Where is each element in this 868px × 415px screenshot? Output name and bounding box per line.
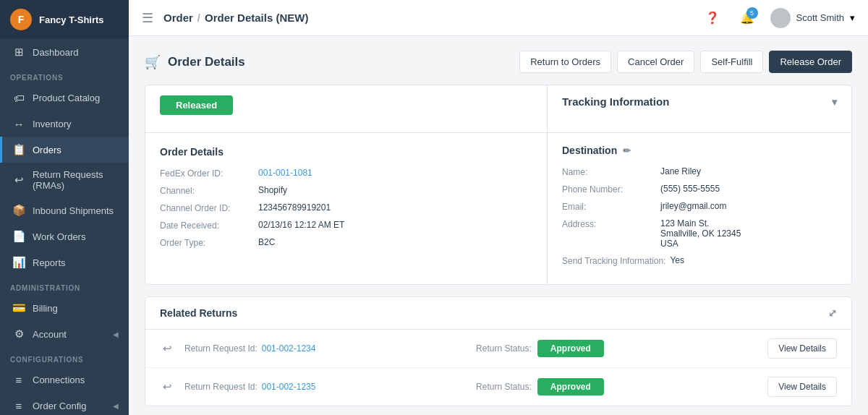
sidebar-item-work-orders[interactable]: 📄 Work Orders xyxy=(0,223,129,249)
page-title: 🛒 Order Details xyxy=(145,54,245,70)
notifications-button[interactable]: 🔔 5 xyxy=(736,7,759,30)
sidebar-item-label: Work Orders xyxy=(33,231,119,242)
sidebar-item-product-catalog[interactable]: 🏷 Product Catalog xyxy=(0,85,129,111)
related-returns-header: Related Returns ⤢ xyxy=(145,297,851,330)
tracking-info-card: Released Tracking Information ▾ Order De… xyxy=(145,85,852,285)
user-avatar xyxy=(770,8,791,28)
user-chevron-icon: ▾ xyxy=(850,12,855,23)
field-label: Date Received: xyxy=(160,220,254,231)
return-status-badge-1: Approved xyxy=(537,340,604,357)
inventory-icon: ↔ xyxy=(12,117,25,130)
breadcrumb-current: Order Details (NEW) xyxy=(205,12,308,24)
main-content: ☰ Order / Order Details (NEW) ❓ 🔔 5 Scot… xyxy=(129,0,868,415)
field-date-received: Date Received: 02/13/16 12:12 AM ET xyxy=(160,220,532,231)
field-send-tracking: Send Tracking Information: Yes xyxy=(562,255,837,266)
sidebar-item-dashboard[interactable]: ⊞ Dashboard xyxy=(0,39,129,65)
field-label: Name: xyxy=(562,166,656,177)
field-email: Email: jriley@gmail.com xyxy=(562,201,837,212)
edit-destination-icon[interactable]: ✏ xyxy=(623,145,631,156)
self-fulfill-button[interactable]: Self-Fulfill xyxy=(700,51,763,73)
field-value: Jane Riley xyxy=(660,166,701,176)
field-label: Email: xyxy=(562,201,656,212)
release-order-button[interactable]: Release Order xyxy=(769,51,852,73)
sidebar-item-connections[interactable]: ≡ Connections xyxy=(0,367,129,393)
sidebar-item-inbound-shipments[interactable]: 📦 Inbound Shipments xyxy=(0,197,129,223)
field-value: jriley@gmail.com xyxy=(660,201,727,211)
return-request-label-2: Return Request Id: xyxy=(184,382,258,392)
sidebar-item-return-requests[interactable]: ↩ Return Requests (RMAs) xyxy=(0,163,129,197)
return-status-badge-2: Approved xyxy=(537,378,604,395)
orders-icon: 📋 xyxy=(12,143,25,156)
cancel-order-button[interactable]: Cancel Order xyxy=(617,51,694,73)
page-header: 🛒 Order Details Return to Orders Cancel … xyxy=(145,51,852,73)
return-to-orders-button[interactable]: Return to Orders xyxy=(519,51,611,73)
field-value: (555) 555-5555 xyxy=(660,184,720,194)
return-request-id-field-2: Return Request Id: 001-002-1235 xyxy=(184,382,466,392)
return-requests-icon: ↩ xyxy=(12,174,25,187)
return-request-label-1: Return Request Id: xyxy=(184,343,258,354)
notification-badge: 5 xyxy=(746,7,758,19)
destination-section: Destination ✏ Name: Jane Riley Phone Num… xyxy=(548,133,851,284)
company-avatar: F xyxy=(10,9,32,30)
billing-icon: 💳 xyxy=(12,301,25,315)
field-fedex-order-id: FedEx Order ID: 001-001-1081 xyxy=(160,168,532,179)
field-address: Address: 123 Main St. Smallville, OK 123… xyxy=(562,218,837,249)
sidebar-item-billing[interactable]: 💳 Billing xyxy=(0,295,129,321)
return-icon-1: ↩ xyxy=(160,342,174,355)
help-icon: ❓ xyxy=(705,11,720,25)
topbar-right: ❓ 🔔 5 Scott Smith ▾ xyxy=(701,7,855,30)
return-status-section-2: Return Status: Approved xyxy=(476,378,757,395)
sidebar-item-label: Reports xyxy=(33,257,119,268)
help-button[interactable]: ❓ xyxy=(701,7,724,30)
return-request-value-2: 001-002-1235 xyxy=(262,382,316,392)
page-title-text: Order Details xyxy=(168,55,245,69)
order-details-left: Order Details FedEx Order ID: 001-001-10… xyxy=(145,133,548,284)
sidebar-header: F Fancy T-Shirts xyxy=(0,0,129,39)
field-value: 001-001-1081 xyxy=(258,168,312,178)
sidebar-item-order-config[interactable]: ≡ Order Config ◀ xyxy=(0,393,129,415)
inbound-shipments-icon: 📦 xyxy=(12,204,25,217)
field-value: Yes xyxy=(670,255,684,265)
sidebar: F Fancy T-Shirts ⊞ Dashboard OPERATIONS … xyxy=(0,0,129,415)
breadcrumb: Order / Order Details (NEW) xyxy=(163,12,308,24)
user-name: Scott Smith xyxy=(796,12,844,23)
fedex-order-id-link[interactable]: 001-001-1081 xyxy=(258,168,312,178)
sidebar-item-label: Inbound Shipments xyxy=(33,205,119,216)
field-phone: Phone Number: (555) 555-5555 xyxy=(562,184,837,194)
company-name: Fancy T-Shirts xyxy=(39,14,104,25)
sidebar-item-account[interactable]: ⚙ Account ◀ xyxy=(0,321,129,347)
reports-icon: 📊 xyxy=(12,256,25,269)
related-returns-expand-icon[interactable]: ⤢ xyxy=(828,307,837,319)
destination-title: Destination ✏ xyxy=(562,145,837,156)
view-details-button-1[interactable]: View Details xyxy=(767,338,837,359)
return-row-1: ↩ Return Request Id: 001-002-1234 Return… xyxy=(145,330,851,368)
sidebar-item-label: Billing xyxy=(33,303,119,314)
field-label: Channel Order ID: xyxy=(160,202,254,213)
field-label: Address: xyxy=(562,218,656,229)
topbar: ☰ Order / Order Details (NEW) ❓ 🔔 5 Scot… xyxy=(129,0,868,36)
field-label: Channel: xyxy=(160,185,254,196)
field-order-type: Order Type: B2C xyxy=(160,237,532,248)
order-details-section: Order Details FedEx Order ID: 001-001-10… xyxy=(145,133,851,284)
field-label: FedEx Order ID: xyxy=(160,168,254,179)
field-value: 123 Main St. Smallville, OK 12345 USA xyxy=(660,218,741,249)
breadcrumb-separator: / xyxy=(197,12,200,24)
field-label: Send Tracking Information: xyxy=(562,255,665,266)
user-menu[interactable]: Scott Smith ▾ xyxy=(770,8,855,28)
sidebar-item-inventory[interactable]: ↔ Inventory xyxy=(0,111,129,137)
account-icon: ⚙ xyxy=(12,328,25,341)
tracking-info-header[interactable]: Tracking Information ▾ xyxy=(548,85,851,118)
breadcrumb-parent[interactable]: Order xyxy=(163,12,193,24)
return-status-label-1: Return Status: xyxy=(476,343,532,354)
sidebar-item-label: Return Requests (RMAs) xyxy=(33,169,119,191)
sidebar-item-reports[interactable]: 📊 Reports xyxy=(0,249,129,275)
view-details-button-2[interactable]: View Details xyxy=(767,377,837,397)
tracking-info-title: Tracking Information xyxy=(562,95,669,108)
tracking-chevron-icon[interactable]: ▾ xyxy=(832,96,837,108)
connections-icon: ≡ xyxy=(12,373,25,386)
account-chevron-icon: ◀ xyxy=(113,330,119,338)
return-icon-2: ↩ xyxy=(160,380,174,393)
menu-icon[interactable]: ☰ xyxy=(142,10,153,26)
sidebar-item-label: Orders xyxy=(33,145,119,155)
sidebar-item-orders[interactable]: 📋 Orders xyxy=(0,137,129,163)
